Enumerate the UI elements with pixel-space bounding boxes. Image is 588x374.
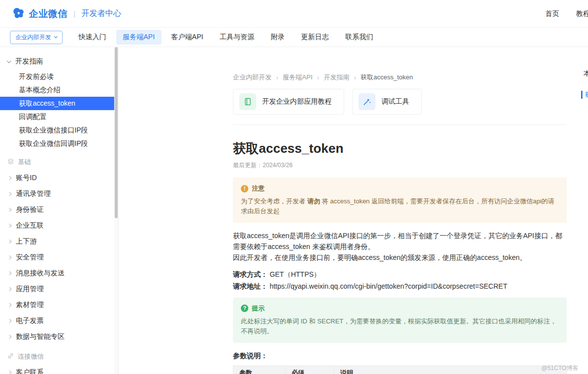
paragraph: 获取access_token是调用企业微信API接口的第一步，相当于创建了一个登… [233, 231, 567, 252]
last-updated: 最后更新：2024/03/26 [233, 161, 567, 170]
sidebar-section-label: 基础 [18, 158, 31, 167]
tab-contact-us[interactable]: 联系我们 [339, 30, 379, 45]
intro-paragraphs: 获取access_token是调用企业微信API接口的第一步，相当于创建了一个登… [233, 231, 567, 263]
sidebar-item-get-access-token[interactable]: 获取access_token [0, 97, 118, 110]
chevron-right-icon [7, 208, 11, 212]
sidebar-item-identity-verify[interactable]: 身份验证 [0, 202, 118, 218]
tab-quickstart[interactable]: 快速入门 [72, 30, 113, 45]
sidebar-item-label: 安全管理 [16, 253, 44, 262]
watermark: @51CTO博客 [541, 364, 579, 373]
sidebar-group-dev-guide[interactable]: 开发指南 [0, 53, 118, 70]
breadcrumb-item[interactable]: 服务端API [283, 73, 312, 82]
debug-tool-icon [359, 93, 375, 110]
sidebar-item-callback-config[interactable]: 回调配置 [0, 110, 118, 124]
wecom-logo[interactable]: 企业微信 [12, 6, 68, 21]
debug-tool-card[interactable]: 调试工具 [352, 89, 422, 115]
sidebar-item-api-ip-range[interactable]: 获取企业微信接口IP段 [0, 124, 118, 137]
sidebar-item-label: 数据与智能专区 [16, 332, 65, 341]
sidebar-item-e-invoice[interactable]: 电子发票 [0, 313, 118, 329]
breadcrumb-current: 获取access_token [361, 73, 413, 82]
link-section-icon [7, 353, 14, 361]
sidebar-item-basic-concepts[interactable]: 基本概念介绍 [0, 83, 118, 97]
tab-tools-resources[interactable]: 工具与资源 [213, 30, 261, 45]
chevron-down-icon [54, 35, 58, 38]
toc-active-item[interactable]: 获 [581, 90, 588, 99]
toc-item-label: 获 [585, 90, 588, 99]
sidebar-item-upstream-downstream[interactable]: 上下游 [0, 234, 118, 249]
tab-changelog[interactable]: 更新日志 [294, 30, 335, 45]
page-title: 获取access_token [233, 140, 567, 157]
dev-mode-dropdown[interactable]: 企业内部开发 [10, 31, 63, 44]
breadcrumb-item[interactable]: 企业内部开发 [233, 73, 272, 82]
request-url-line: 请求地址： https://qyapi.weixin.qq.com/cgi-bi… [233, 281, 567, 293]
sidebar-item-corp-interconnect[interactable]: 企业互联 [0, 218, 118, 234]
sidebar-scrollbar-thumb[interactable] [115, 47, 118, 218]
header-divider: | [74, 9, 75, 18]
sidebar-item-label: 企业互联 [16, 221, 44, 230]
header: 企业微信 | 开发者中心 首页 教程 [0, 0, 588, 28]
sidebar-item-label: 客户联系 [16, 368, 44, 374]
tutorial-card-label: 开发企业内部应用教程 [262, 97, 332, 106]
paragraph: 因此开发者，在使用业务接口前，要明确access_token的颁发来源，使用正确… [233, 252, 567, 263]
tip-box: ? 提示 此处标注大写的单词 ID 和 SECRET，为需要替换的变量，根据实际… [233, 298, 567, 343]
sidebar-item-app-mgmt[interactable]: 应用管理 [0, 281, 118, 297]
tip-text: 此处标注大写的单词 ID 和 SECRET，为需要替换的变量，根据实际获取值更新… [241, 316, 559, 336]
sidebar-item-contacts-mgmt[interactable]: 通讯录管理 [0, 186, 118, 202]
sidebar-item-label: 身份验证 [16, 205, 44, 214]
breadcrumb-item[interactable]: 开发指南 [324, 73, 350, 82]
sidebar: 开发指南 开发前必读 基本概念介绍 获取access_token 回调配置 获取… [0, 47, 119, 374]
sidebar-item-label: 账号ID [16, 174, 37, 183]
sidebar-section-basics: 基础 [0, 150, 118, 170]
tutorial-card[interactable]: 开发企业内部应用教程 [233, 89, 344, 115]
sidebar-item-label: 上下游 [16, 237, 37, 246]
header-link-tutorial[interactable]: 教程 [576, 9, 588, 18]
exclamation-icon: ! [241, 185, 248, 192]
page-toc: 本 获 [581, 69, 588, 99]
header-link-home[interactable]: 首页 [545, 9, 559, 18]
request-method-line: 请求方式： GET（HTTPS） [233, 269, 567, 281]
header-nav: 首页 教程 [545, 9, 588, 18]
toc-title: 本 [581, 69, 588, 78]
sidebar-item-label: 电子发票 [16, 316, 44, 325]
sidebar-item-message-send-receive[interactable]: 消息接收与发送 [0, 265, 118, 281]
sidebar-item-label: 素材管理 [16, 301, 44, 310]
sidebar-item-label: 消息接收与发送 [16, 269, 65, 278]
tab-client-api[interactable]: 客户端API [165, 30, 210, 45]
chevron-right-icon [7, 287, 11, 291]
breadcrumb-separator: › [354, 74, 356, 81]
chevron-right-icon [7, 271, 11, 275]
debug-tool-card-label: 调试工具 [381, 97, 409, 106]
sidebar-item-dev-must-read[interactable]: 开发前必读 [0, 70, 118, 83]
col-header-required: 必须 [286, 366, 334, 374]
sidebar-item-security-mgmt[interactable]: 安全管理 [0, 249, 118, 265]
request-url-label: 请求地址： [233, 282, 268, 290]
sidebar-scrollbar-track[interactable] [114, 47, 118, 374]
main-content: 企业内部开发 › 服务端API › 开发指南 › 获取access_token [119, 47, 588, 374]
params-table: 参数 必须 说明 corpid 是 企业ID，获取方式参考：术语说明-corpi… [233, 366, 567, 374]
request-info: 请求方式： GET（HTTPS） 请求地址： https://qyapi.wei… [233, 269, 567, 293]
notice-title: 注意 [252, 184, 265, 193]
sidebar-item-material-mgmt[interactable]: 素材管理 [0, 297, 118, 313]
tab-server-api[interactable]: 服务端API [116, 30, 161, 45]
primary-nav: 企业内部开发 快速入门 服务端API 客户端API 工具与资源 附录 更新日志 … [0, 28, 588, 47]
chevron-right-icon [7, 303, 11, 307]
notice-box: ! 注意 为了安全考虑，开发者 请勿 将 access_token 返回给前端，… [233, 178, 567, 223]
sidebar-item-data-intelligence[interactable]: 数据与智能专区 [0, 329, 118, 345]
sidebar-item-label: 通讯录管理 [16, 189, 51, 198]
chevron-right-icon [7, 335, 11, 339]
breadcrumb-separator: › [317, 74, 319, 81]
col-header-desc: 说明 [334, 366, 567, 374]
request-url-value: https://qyapi.weixin.qq.com/cgi-bin/gett… [270, 282, 508, 290]
sidebar-item-customer-contact[interactable]: 客户联系 [0, 365, 118, 374]
question-icon: ? [241, 305, 248, 312]
chevron-right-icon [7, 224, 11, 228]
sidebar-item-callback-ip-range[interactable]: 获取企业微信回调IP段 [0, 137, 118, 150]
chevron-right-icon [7, 192, 11, 196]
chevron-right-icon [7, 319, 11, 323]
tab-appendix[interactable]: 附录 [264, 30, 291, 45]
toc-active-indicator [581, 91, 583, 99]
params-section-title: 参数说明： [233, 352, 567, 361]
sidebar-item-account-id[interactable]: 账号ID [0, 170, 118, 186]
notice-text: 为了安全考虑，开发者 请勿 将 access_token 返回给前端，需要开发者… [241, 196, 559, 216]
request-method-label: 请求方式： [233, 270, 268, 278]
